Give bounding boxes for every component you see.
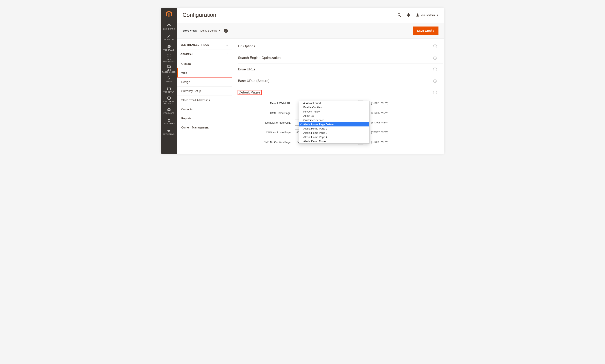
config-nav-general[interactable]: General <box>177 59 232 68</box>
nav-label: VESPAGEBUILDER <box>161 69 176 73</box>
nav-vesmegamenu[interactable]: VESMEGAMENU <box>161 53 176 64</box>
field-label: CMS No Cookies Page <box>238 141 295 144</box>
nav-sales[interactable]: SALES <box>161 74 176 85</box>
chevron-down-icon: ▼ <box>437 14 438 16</box>
scope-label: [STORE VIEW] <box>371 112 388 114</box>
nav-marketing[interactable]: MARKETING <box>161 127 176 137</box>
page-title: Configuration <box>182 12 397 18</box>
section-url-options[interactable]: Url Options ⌄ <box>238 41 443 52</box>
config-nav-web[interactable]: Web <box>177 68 232 78</box>
section-default-pages[interactable]: Default Pages ⌃ <box>238 87 443 98</box>
dropdown-option[interactable]: 404 Not Found <box>299 101 369 105</box>
save-config-button[interactable]: Save Config <box>413 26 438 35</box>
nav-label: SALES <box>165 81 173 83</box>
config-category-nav: VES THEMESETTINGS ⌄ GENERAL ⌃ GeneralWeb… <box>177 39 232 154</box>
nav-label: VES SETUP <box>163 91 175 93</box>
dropdown-option[interactable]: Privacy Policy <box>299 109 369 114</box>
dropdown-option[interactable]: Alesia Home Page 3 <box>299 131 369 135</box>
section-title: Base URLs (Secure) <box>238 79 270 83</box>
search-icon[interactable] <box>397 13 401 17</box>
nav-vesbrand[interactable]: VES BRAND <box>161 42 176 53</box>
chevron-up-icon: ⌃ <box>226 53 228 56</box>
nav-products[interactable]: PRODUCTS <box>161 106 176 116</box>
field-label: Default Web URL <box>238 102 295 105</box>
scope-label: [STORE VIEW] <box>371 121 388 124</box>
nav-vesthemesettings[interactable]: VES THEMESETTINGS <box>161 95 176 106</box>
scope-label: [STORE VIEW] <box>371 131 388 134</box>
nav-customers[interactable]: CUSTOMERS <box>161 116 176 127</box>
nav-label: VES BRAND <box>163 49 175 51</box>
dropdown-option[interactable]: Alesia Home Page 2 <box>299 127 369 131</box>
expand-icon: ⌄ <box>433 56 437 60</box>
field-cms-home-page: CMS Home Page [STORE VIEW] 404 Not Found… <box>238 110 437 116</box>
store-view-selector[interactable]: Default Config ▼ <box>201 29 220 32</box>
section-seo[interactable]: Search Engine Optimization ⌄ <box>238 52 443 64</box>
scope-label: [STORE VIEW] <box>371 141 388 143</box>
store-view-value: Default Config <box>201 29 217 32</box>
field-label: Default No-route URL <box>238 121 295 124</box>
config-nav-contacts[interactable]: Contacts <box>177 105 232 114</box>
section-title: Search Engine Optimization <box>238 56 281 60</box>
section-base-urls-secure[interactable]: Base URLs (Secure) ⌄ <box>238 75 443 87</box>
magento-logo[interactable] <box>165 10 173 18</box>
action-bar: Store View: Default Config ▼ ? Save Conf… <box>177 23 444 39</box>
user-name: venusadmin <box>421 13 435 17</box>
dropdown-option[interactable]: Customer Service <box>299 118 369 122</box>
store-icon <box>167 44 171 49</box>
gauge-icon <box>167 23 171 28</box>
nav-dashboard[interactable]: DASHBOARD <box>161 21 176 32</box>
field-label: CMS No Route Page <box>238 131 295 134</box>
topbar: Configuration venusadmin ▼ <box>177 8 444 23</box>
expand-icon: ⌄ <box>433 68 437 71</box>
person-icon <box>167 118 171 122</box>
section-default-pages-body: Default Web URL [STORE VIEW] CMS Home Pa… <box>238 98 443 145</box>
nav-label: VES BLOG <box>163 39 175 41</box>
dropdown-option[interactable]: Alesia Demo Footer <box>299 139 369 143</box>
nav-label: DASHBOARD <box>162 28 176 30</box>
section-title: Default Pages <box>238 91 261 94</box>
expand-icon: ⌄ <box>433 44 437 48</box>
config-nav-content[interactable]: Content Management <box>177 123 232 132</box>
hex-icon <box>167 96 171 100</box>
dropdown-option[interactable]: Alesia Home Page Default <box>299 122 369 127</box>
config-nav-design[interactable]: Design <box>177 78 232 87</box>
nav-vesblog[interactable]: VES BLOG <box>161 32 176 42</box>
field-label: CMS Home Page <box>238 112 295 115</box>
nav-label: PRODUCTS <box>163 112 175 114</box>
config-nav-currency[interactable]: Currency Setup <box>177 87 232 96</box>
dropdown-option[interactable]: About us <box>299 114 369 118</box>
chevron-down-icon: ⌄ <box>226 43 228 46</box>
dropdown-option[interactable]: Alesia Home Page 4 <box>299 135 369 139</box>
section-title: Url Options <box>238 44 255 48</box>
config-nav-email[interactable]: Store Email Addresses <box>177 96 232 105</box>
nav-label: VES THEMESETTINGS <box>163 101 175 105</box>
layers-icon <box>167 64 171 69</box>
grid-icon <box>167 54 171 58</box>
help-icon[interactable]: ? <box>224 29 228 33</box>
hex-icon <box>167 86 171 91</box>
cube-icon <box>167 107 171 112</box>
collapse-icon: ⌃ <box>433 91 437 94</box>
dollar-icon <box>167 76 171 80</box>
config-sections: Url Options ⌄ Search Engine Optimization… <box>232 39 444 154</box>
section-title: Base URLs <box>238 67 255 71</box>
nav-vessetup[interactable]: VES SETUP <box>161 85 176 95</box>
nav-label: CUSTOMERS <box>162 123 176 125</box>
category-ves-themesettings[interactable]: VES THEMESETTINGS ⌄ <box>177 40 232 50</box>
config-nav-reports[interactable]: Reports <box>177 114 232 123</box>
category-label: VES THEMESETTINGS <box>180 43 209 46</box>
cms-home-page-dropdown[interactable]: 404 Not FoundEnable CookiesPrivacy Polic… <box>299 101 370 144</box>
section-base-urls[interactable]: Base URLs ⌄ <box>238 64 443 75</box>
expand-icon: ⌄ <box>433 79 437 83</box>
store-view-label: Store View: <box>182 29 197 32</box>
category-general[interactable]: GENERAL ⌃ <box>177 50 232 59</box>
account-menu[interactable]: venusadmin ▼ <box>416 13 438 17</box>
nav-vespagebuilder[interactable]: VESPAGEBUILDER <box>161 64 176 74</box>
notifications-icon[interactable] <box>407 13 411 17</box>
category-label: GENERAL <box>180 53 193 56</box>
megaphone-icon <box>167 129 171 133</box>
nav-label: VESMEGAMENU <box>163 59 175 63</box>
scope-label: [STORE VIEW] <box>371 102 388 104</box>
dropdown-option[interactable]: Enable Cookies <box>299 105 369 109</box>
pencil-icon <box>167 34 171 38</box>
